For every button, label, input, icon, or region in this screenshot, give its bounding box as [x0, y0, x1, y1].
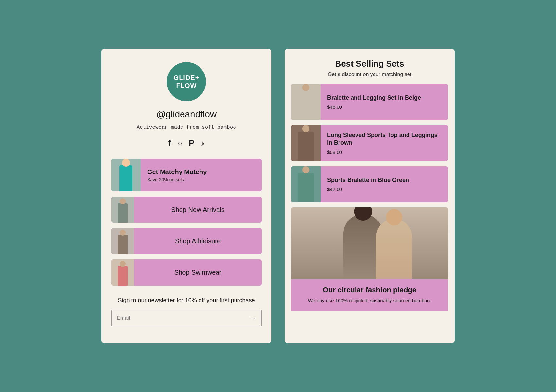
- swimwear-image: [111, 259, 134, 286]
- featured-image: [111, 159, 141, 191]
- product-card-3[interactable]: Sports Bralette in Blue Green $42.00: [291, 166, 448, 202]
- featured-card[interactable]: Get Matchy Matchy Save 20% on sets: [111, 159, 262, 191]
- product-info-3: Sports Bralette in Blue Green $42.00: [321, 176, 448, 192]
- product-card-2[interactable]: Long Sleeved Sports Top and Leggings in …: [291, 125, 448, 161]
- pledge-section: Our circular fashion pledge We ony use 1…: [291, 207, 448, 336]
- woman-2-figure: [376, 219, 412, 279]
- product-image-2: [291, 125, 321, 161]
- shop-new-arrivals-label: Shop New Arrivals: [134, 206, 262, 214]
- shop-athleisure-button[interactable]: Shop Athleisure: [111, 228, 262, 254]
- swimwear-figure: [118, 266, 128, 286]
- right-header: Best Selling Sets Get a discount on your…: [285, 49, 455, 84]
- product-info-2: Long Sleeved Sports Top and Leggings in …: [321, 131, 448, 155]
- pledge-body: We ony use 100% recycled, sustinably sou…: [298, 297, 442, 304]
- email-input[interactable]: [117, 315, 250, 321]
- athleisure-figure: [118, 235, 128, 254]
- shop-swimwear-button[interactable]: Shop Swimwear: [111, 259, 262, 286]
- shop-new-arrivals-button[interactable]: Shop New Arrivals: [111, 197, 262, 223]
- product-figure-2: [298, 132, 314, 161]
- newsletter-section: Sign to our newsletter for 10% off your …: [111, 296, 262, 326]
- section-title: Best Selling Sets: [294, 59, 445, 69]
- new-arrivals-image: [111, 197, 134, 223]
- featured-text: Get Matchy Matchy Save 20% on sets: [141, 168, 262, 182]
- logo: GLIDE+ FLOW: [167, 62, 206, 101]
- featured-title: Get Matchy Matchy: [147, 168, 255, 176]
- brand-tagline: Activewear made from soft bamboo: [137, 125, 236, 130]
- new-arrivals-figure: [118, 203, 128, 223]
- social-links: f ○ P ♪: [168, 138, 204, 148]
- email-submit-button[interactable]: →: [250, 315, 256, 322]
- product-figure-1: [298, 90, 314, 120]
- product-price-3: $42.00: [327, 187, 442, 192]
- product-image-3: [291, 166, 321, 202]
- pledge-image: [291, 207, 448, 279]
- instagram-icon[interactable]: ○: [178, 139, 182, 148]
- featured-subtitle: Save 20% on sets: [147, 177, 255, 182]
- tiktok-icon[interactable]: ♪: [201, 139, 204, 148]
- product-figure-3: [298, 173, 314, 202]
- left-panel: GLIDE+ FLOW @glideandflow Activewear mad…: [101, 49, 271, 343]
- pledge-title: Our circular fashion pledge: [298, 286, 442, 294]
- section-subtitle: Get a discount on your matching set: [294, 72, 445, 77]
- product-price-1: $48.00: [327, 104, 442, 110]
- product-image-1: [291, 84, 321, 120]
- facebook-icon[interactable]: f: [168, 138, 171, 148]
- athleisure-image: [111, 228, 134, 254]
- product-name-1: Bralette and Legging Set in Beige: [327, 94, 442, 102]
- product-name-2: Long Sleeved Sports Top and Leggings in …: [327, 131, 442, 147]
- women-figure: [291, 207, 448, 279]
- brand-handle: @glideandflow: [156, 109, 217, 120]
- shop-athleisure-label: Shop Athleisure: [134, 237, 262, 245]
- product-info-1: Bralette and Legging Set in Beige $48.00: [321, 94, 448, 110]
- pinterest-icon[interactable]: P: [189, 138, 194, 148]
- email-input-row[interactable]: →: [111, 310, 262, 326]
- right-panel: Best Selling Sets Get a discount on your…: [285, 49, 455, 343]
- product-name-3: Sports Bralette in Blue Green: [327, 176, 442, 184]
- logo-text: GLIDE+ FLOW: [174, 74, 200, 90]
- shop-swimwear-label: Shop Swimwear: [134, 269, 262, 276]
- product-price-2: $68.00: [327, 149, 442, 155]
- featured-figure: [119, 165, 132, 191]
- newsletter-text: Sign to our newsletter for 10% off your …: [111, 296, 262, 305]
- pledge-text-box: Our circular fashion pledge We ony use 1…: [291, 279, 448, 311]
- product-card-1[interactable]: Bralette and Legging Set in Beige $48.00: [291, 84, 448, 120]
